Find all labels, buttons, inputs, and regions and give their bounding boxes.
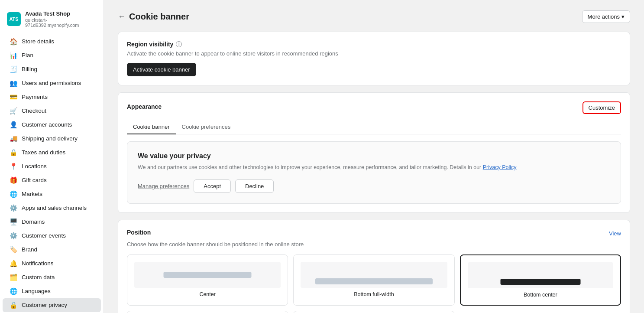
users-icon: 👥 [10,79,17,87]
page-title-row: ← Cookie banner [118,12,189,22]
sidebar-item-shipping-delivery[interactable]: 🚚 Shipping and delivery [3,132,101,146]
sidebar-label: Customer privacy [22,302,67,308]
store-header: ATS Avada Test Shop quickstart-971d9392.… [0,7,104,35]
sidebar-label: Apps and sales channels [22,205,87,211]
cookie-preview-text: We and our partners use cookies and othe… [138,163,610,172]
region-visibility-card: Region visibility i Activate the cookie … [118,32,630,85]
sidebar-label: Customer accounts [22,121,72,128]
gift-cards-icon: 🎁 [10,176,17,184]
decline-button[interactable]: Decline [235,179,274,193]
position-row-2: Bottom left Bottom right [127,311,621,313]
notifications-icon: 🔔 [10,260,17,267]
position-option-bottom-center[interactable]: Bottom center [460,254,621,306]
view-link[interactable]: View [609,230,621,237]
back-button[interactable]: ← [118,12,126,21]
markets-icon: 🌐 [10,190,17,198]
sidebar-label: Users and permissions [22,80,81,86]
apps-icon: ⚙️ [10,204,17,212]
more-actions-label: More actions [588,13,620,20]
sidebar-label: Billing [22,66,37,72]
thumb-bar [164,272,252,278]
region-visibility-title: Region visibility i [127,41,621,48]
sidebar-label: Notifications [22,260,54,267]
sidebar-label: Checkout [22,108,46,114]
manage-preferences-button[interactable]: Manage preferences [138,183,189,189]
accept-button[interactable]: Accept [194,179,231,193]
sidebar-item-checkout[interactable]: 🛒 Checkout [3,104,101,118]
position-label-bottom-center: Bottom center [524,292,557,298]
sidebar-label: Brand [22,246,37,253]
checkout-icon: 🛒 [10,107,17,115]
sidebar-item-customer-accounts[interactable]: 👤 Customer accounts [3,118,101,132]
sidebar-item-locations[interactable]: 📍 Locations [3,160,101,173]
position-option-center[interactable]: Center [127,254,288,306]
sidebar-item-customer-privacy[interactable]: 🔒 Customer privacy [3,298,101,312]
sidebar-item-customer-events[interactable]: ⚙️ Customer events [3,229,101,243]
tab-cookie-banner[interactable]: Cookie banner [127,120,176,134]
payments-icon: 💳 [10,93,17,101]
store-name: Avada Test Shop [25,10,97,17]
info-icon[interactable]: i [176,41,182,47]
appearance-title: Appearance [127,103,162,110]
privacy-policy-link[interactable]: Privacy Policy [483,164,517,170]
sidebar-label: Locations [22,163,47,170]
sidebar-item-custom-data[interactable]: 🗂️ Custom data [3,271,101,284]
sidebar-item-brand[interactable]: 🏷️ Brand [3,243,101,257]
position-card: Position View Choose how the cookie bann… [118,220,630,313]
customer-accounts-icon: 👤 [10,121,17,129]
languages-icon: 🌐 [10,287,17,295]
thumb-bar [315,278,433,284]
custom-data-icon: 🗂️ [10,274,17,281]
sidebar-item-notifications[interactable]: 🔔 Notifications [3,257,101,271]
position-label-bottom-full: Bottom full-width [354,291,394,297]
sidebar-item-markets[interactable]: 🌐 Markets [3,187,101,201]
brand-icon: 🏷️ [10,246,17,254]
sidebar-label: Gift cards [22,177,47,183]
sidebar-label: Shipping and delivery [22,135,78,142]
sidebar-item-gift-cards[interactable]: 🎁 Gift cards [3,173,101,187]
sidebar-item-billing[interactable]: 🧾 Billing [3,62,101,76]
sidebar-label: Payments [22,94,48,100]
page-header: ← Cookie banner More actions ▾ [118,10,630,23]
sidebar-item-plan[interactable]: 📊 Plan [3,49,101,62]
sidebar-label: Customer events [22,232,66,239]
more-actions-button[interactable]: More actions ▾ [582,10,630,23]
sidebar-item-domains[interactable]: 🖥️ Domains [3,215,101,229]
sidebar-label: Custom data [22,274,55,280]
thumb-bar [500,279,580,285]
appearance-header: Appearance Customize [127,101,621,114]
position-header: Position View [127,229,621,238]
sidebar-item-store-details[interactable]: 🏠 Store details [3,35,101,49]
position-thumb-center [134,262,281,288]
sidebar-item-payments[interactable]: 💳 Payments [3,90,101,104]
sidebar-label: Domains [22,218,45,225]
activate-cookie-banner-button[interactable]: Activate cookie banner [127,63,196,76]
cookie-preview: We value your privacy We and our partner… [127,141,621,204]
sidebar-label: Markets [22,191,42,197]
position-option-bottom-full-width[interactable]: Bottom full-width [293,254,454,306]
sidebar-label: Taxes and duties [22,149,65,156]
main-content: ← Cookie banner More actions ▾ Region vi… [104,0,644,313]
store-details-icon: 🏠 [10,38,17,46]
region-visibility-subtitle: Activate the cookie banner to appear to … [127,50,621,57]
position-thumb-bottom-center [468,262,613,288]
position-label-center: Center [199,291,216,297]
tab-cookie-preferences[interactable]: Cookie preferences [176,120,237,134]
position-thumb-bottom-full [301,262,447,288]
customize-button[interactable]: Customize [583,101,621,114]
position-option-bottom-right[interactable]: Bottom right [293,311,454,313]
customer-privacy-icon: 🔒 [10,301,17,309]
customer-events-icon: ⚙️ [10,232,17,240]
sidebar-label: Store details [22,38,54,45]
more-actions-chevron: ▾ [621,13,625,20]
position-option-bottom-left[interactable]: Bottom left [127,311,288,313]
domains-icon: 🖥️ [10,218,17,226]
locations-icon: 📍 [10,163,17,170]
sidebar-item-apps-sales-channels[interactable]: ⚙️ Apps and sales channels [3,201,101,215]
sidebar-item-languages[interactable]: 🌐 Languages [3,284,101,298]
sidebar-item-taxes-duties[interactable]: 🔒 Taxes and duties [3,146,101,160]
sidebar-item-users-permissions[interactable]: 👥 Users and permissions [3,76,101,90]
appearance-card: Appearance Customize Cookie banner Cooki… [118,92,630,213]
shipping-icon: 🚚 [10,135,17,143]
sidebar: ATS Avada Test Shop quickstart-971d9392.… [0,0,104,313]
